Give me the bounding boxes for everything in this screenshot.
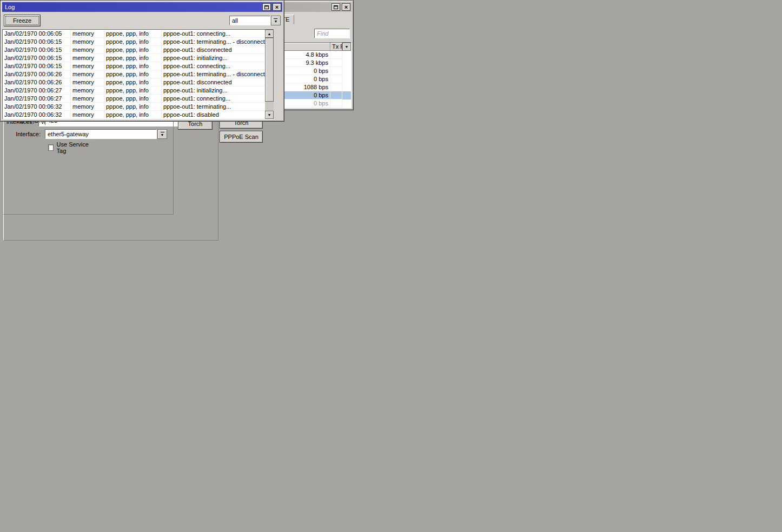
message-cell: pppoe-out1: connecting... <box>162 95 274 103</box>
log-window: Log × Freeze ▼ Jan/02/1970 00:06:05 memo… <box>0 0 284 122</box>
topics-cell: pppoe, ppp, info <box>104 38 162 46</box>
message-cell: pppoe-out1: connecting... <box>162 30 274 38</box>
buffer-cell: memory <box>71 30 104 38</box>
buffer-cell: memory <box>71 62 104 70</box>
topics-cell: pppoe, ppp, info <box>104 78 162 87</box>
buffer-cell: memory <box>71 78 104 87</box>
chevron-down-icon: ▼ <box>274 19 278 23</box>
vertical-scrollbar[interactable]: ▲ ▼ <box>265 30 274 119</box>
log-row[interactable]: Jan/02/1970 00:06:32 memory pppoe, ppp, … <box>3 103 274 111</box>
time-cell: Jan/02/1970 00:06:32 <box>3 111 71 119</box>
message-cell: pppoe-out1: initializing... <box>162 54 274 62</box>
chevron-down-icon: ▼ <box>345 45 349 49</box>
maximize-button[interactable] <box>262 3 271 11</box>
close-icon: × <box>275 4 279 10</box>
buffer-cell: memory <box>71 95 104 103</box>
buffer-cell: memory <box>71 54 104 62</box>
message-cell: pppoe-out1: disabled <box>162 111 274 119</box>
time-cell: Jan/02/1970 00:06:26 <box>3 70 71 78</box>
time-cell: Jan/02/1970 00:06:27 <box>3 87 71 95</box>
topics-cell: pppoe, ppp, info <box>104 62 162 70</box>
time-cell: Jan/02/1970 00:06:26 <box>3 78 71 87</box>
maximize-icon <box>264 5 269 9</box>
find-input[interactable] <box>314 29 350 38</box>
message-cell: pppoe-out1: terminating... <box>162 103 274 111</box>
time-cell: Jan/02/1970 00:06:15 <box>3 38 71 46</box>
log-titlebar[interactable]: Log × <box>2 2 282 12</box>
topics-cell: pppoe, ppp, info <box>104 54 162 62</box>
maximize-icon <box>334 5 338 9</box>
time-cell: Jan/02/1970 00:06:15 <box>3 62 71 70</box>
buffer-cell: memory <box>71 103 104 111</box>
log-row[interactable]: Jan/02/1970 00:06:26 memory pppoe, ppp, … <box>3 78 274 87</box>
log-controls: Freeze ▼ <box>2 12 282 29</box>
time-cell: Jan/02/1970 00:06:05 <box>3 30 71 38</box>
buffer-cell: memory <box>71 111 104 119</box>
freeze-button[interactable]: Freeze <box>4 15 41 26</box>
buffer-cell: memory <box>71 87 104 95</box>
topics-cell: pppoe, ppp, info <box>104 87 162 95</box>
use-service-tag-checkbox[interactable] <box>48 144 54 151</box>
log-row[interactable]: Jan/02/1970 00:06:26 memory pppoe, ppp, … <box>3 70 274 78</box>
use-service-tag-label: Use Service Tag <box>57 141 90 154</box>
close-button[interactable]: × <box>342 3 350 11</box>
topics-cell: pppoe, ppp, info <box>104 95 162 103</box>
log-row[interactable]: Jan/02/1970 00:06:05 memory pppoe, ppp, … <box>3 30 274 38</box>
time-cell: Jan/02/1970 00:06:15 <box>3 46 71 54</box>
log-row[interactable]: Jan/02/1970 00:06:32 memory pppoe, ppp, … <box>3 111 274 119</box>
time-cell: Jan/02/1970 00:06:27 <box>3 95 71 103</box>
scroll-down-icon[interactable]: ▼ <box>265 111 274 119</box>
log-row[interactable]: Jan/02/1970 00:06:15 memory pppoe, ppp, … <box>3 46 274 54</box>
pppoe-scan-button[interactable]: PPPoE Scan <box>220 131 263 143</box>
time-cell: Jan/02/1970 00:06:15 <box>3 54 71 62</box>
topics-cell: pppoe, ppp, info <box>104 46 162 54</box>
message-cell: pppoe-out1: terminating... - disconnecte… <box>162 38 274 46</box>
buffer-cell: memory <box>71 38 104 46</box>
dropdown-button[interactable]: ▼ <box>157 129 167 139</box>
maximize-button[interactable] <box>332 3 340 11</box>
log-row[interactable]: Jan/02/1970 00:06:15 memory pppoe, ppp, … <box>3 62 274 70</box>
topics-cell: pppoe, ppp, info <box>104 30 162 38</box>
column-selector-button[interactable]: ▼ <box>342 43 351 51</box>
message-cell: pppoe-out1: disconnected <box>162 46 274 54</box>
log-table: Jan/02/1970 00:06:05 memory pppoe, ppp, … <box>2 29 274 119</box>
buffer-cell: memory <box>71 70 104 78</box>
topics-cell: pppoe, ppp, info <box>104 111 162 119</box>
log-row[interactable]: Jan/02/1970 00:06:15 memory pppoe, ppp, … <box>3 54 274 62</box>
message-cell: pppoe-out1: connecting... <box>162 62 274 70</box>
log-row[interactable]: Jan/02/1970 00:06:27 memory pppoe, ppp, … <box>3 87 274 95</box>
chevron-down-icon: ▼ <box>161 133 164 137</box>
window-title: Log <box>5 4 261 10</box>
message-cell: pppoe-out1: disconnected <box>162 78 274 87</box>
column-header-txp[interactable]: Tx F <box>330 43 342 51</box>
message-cell: pppoe-out1: initializing... <box>162 87 274 95</box>
close-icon: × <box>344 4 348 10</box>
log-row[interactable]: Jan/02/1970 00:06:27 memory pppoe, ppp, … <box>3 95 274 103</box>
buffer-cell: memory <box>71 46 104 54</box>
time-cell: Jan/02/1970 00:06:32 <box>3 103 71 111</box>
interface-label: Interface: <box>4 131 45 137</box>
log-filter-input[interactable] <box>229 16 270 25</box>
close-button[interactable]: × <box>273 3 281 11</box>
dropdown-button[interactable]: ▼ <box>271 16 281 25</box>
log-row[interactable]: Jan/02/1970 00:06:15 memory pppoe, ppp, … <box>3 38 274 46</box>
topics-cell: pppoe, ppp, info <box>104 103 162 111</box>
interface-field[interactable] <box>45 129 157 139</box>
message-cell: pppoe-out1: terminating... - disconnecte… <box>162 70 274 78</box>
scrollbar-thumb[interactable] <box>265 38 274 102</box>
topics-cell: pppoe, ppp, info <box>104 70 162 78</box>
scroll-up-icon[interactable]: ▲ <box>265 30 274 38</box>
